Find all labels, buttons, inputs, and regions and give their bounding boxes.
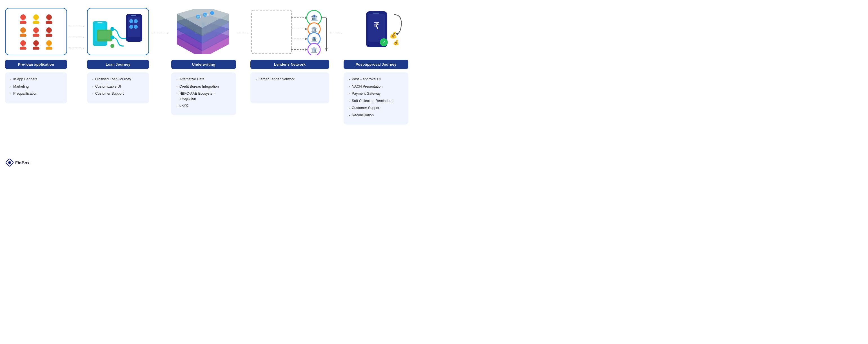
loan-journey-badge: Loan Journey xyxy=(87,60,149,69)
svg-marker-47 xyxy=(305,28,308,30)
connector-arrow-1a: → xyxy=(69,23,85,28)
person-icon-yellow2 xyxy=(44,39,54,50)
svg-point-30 xyxy=(134,19,138,23)
feature-item: Larger Lender Network xyxy=(255,77,324,82)
svg-marker-49 xyxy=(305,38,308,40)
feature-item: Customizable UI xyxy=(92,84,144,89)
feature-item: eKYC xyxy=(176,103,231,108)
connector-arrow-3: → xyxy=(237,30,249,35)
feature-item: Marketing xyxy=(10,84,62,89)
post-approval-illustration: ₹ ✓ 💰 💰 xyxy=(345,9,407,54)
svg-point-13 xyxy=(20,46,27,50)
feature-item: Payment Gateway xyxy=(349,91,403,96)
svg-rect-42 xyxy=(252,10,291,54)
connector-arrow-1b: → xyxy=(69,34,85,39)
feature-item: Customer Support xyxy=(349,106,403,111)
svg-text:🏛️: 🏛️ xyxy=(311,26,317,32)
post-approval-badge: Post-approval Journey xyxy=(344,60,408,69)
underwriting-badge: Underwriting xyxy=(171,60,236,69)
feature-item: Reconciliation xyxy=(349,113,403,118)
pre-loan-features: In App Banners Marketing Prequalificatio… xyxy=(5,72,67,103)
svg-point-73 xyxy=(8,161,11,164)
person-icon-red6 xyxy=(31,39,41,50)
feature-item: Digitised Loan Journey xyxy=(92,77,144,82)
person-icon-red4 xyxy=(44,27,54,37)
underwriting-features: Alternative Data Credit Bureau Integrati… xyxy=(171,72,236,115)
svg-point-15 xyxy=(33,46,39,50)
feature-item: Credit Bureau Integration xyxy=(176,84,231,89)
lenders-network-features: Larger Lender Network xyxy=(250,72,329,103)
svg-text:💰: 💰 xyxy=(393,39,399,45)
svg-point-31 xyxy=(129,25,133,29)
post-approval-features: Post – approval UI NACH Presentation Pay… xyxy=(344,72,408,125)
svg-point-4 xyxy=(46,14,52,20)
svg-point-9 xyxy=(33,34,39,37)
svg-point-39 xyxy=(210,11,214,15)
connector-arrow-4: → xyxy=(330,30,342,35)
svg-point-11 xyxy=(45,34,52,37)
svg-point-5 xyxy=(45,21,52,24)
svg-marker-62 xyxy=(325,49,328,52)
svg-text:₹: ₹ xyxy=(373,21,380,31)
svg-point-1 xyxy=(20,21,27,24)
connector-arrow-2: → xyxy=(151,30,169,35)
finbox-text: FinBox xyxy=(15,160,30,165)
svg-rect-22 xyxy=(98,31,110,39)
feature-item: Soft Collection Reminders xyxy=(349,99,403,104)
svg-point-3 xyxy=(33,21,39,24)
feature-item: NBFC-AAE Ecosystem Integration xyxy=(176,91,231,101)
connector-arrow-1c: → xyxy=(69,45,85,50)
svg-text:🏦: 🏦 xyxy=(311,36,317,42)
loan-journey-illustration xyxy=(90,10,146,54)
svg-point-14 xyxy=(33,40,39,46)
svg-point-25 xyxy=(111,44,114,48)
finbox-logo-icon xyxy=(6,159,13,166)
person-icon-yellow xyxy=(31,13,41,24)
lenders-network-badge: Lender's Network xyxy=(250,60,329,69)
feature-item: Customer Support xyxy=(92,91,144,96)
svg-text:Health: Health xyxy=(204,14,209,16)
pre-loan-badge: Pre-loan application xyxy=(5,60,67,69)
lender-network-illustration: 🏦 🏛️ 🏦 🏛️ xyxy=(250,8,329,55)
feature-item: Prequalification xyxy=(10,91,62,96)
feature-item: In App Banners xyxy=(10,77,62,82)
feature-item: Alternative Data xyxy=(176,77,231,82)
svg-point-7 xyxy=(20,34,27,37)
svg-text:💰: 💰 xyxy=(390,31,397,39)
svg-point-8 xyxy=(33,27,39,33)
svg-point-12 xyxy=(20,40,26,46)
svg-text:✓: ✓ xyxy=(382,40,385,44)
feature-item: Post – approval UI xyxy=(349,77,403,82)
person-icon-red5 xyxy=(18,39,28,50)
finbox-logo: FinBox xyxy=(6,159,30,166)
svg-point-16 xyxy=(46,40,52,46)
loan-journey-features: Digitised Loan Journey Customizable UI C… xyxy=(87,72,149,103)
svg-point-6 xyxy=(20,27,26,33)
underwriting-illustration: 👤 KYC Health xyxy=(173,9,235,54)
svg-point-32 xyxy=(134,25,138,29)
svg-rect-28 xyxy=(131,15,136,16)
feature-item: NACH Presentation xyxy=(349,84,403,89)
svg-rect-65 xyxy=(373,13,379,13)
svg-point-29 xyxy=(129,19,133,23)
svg-text:KYC: KYC xyxy=(196,16,202,18)
svg-text:🏛️: 🏛️ xyxy=(311,47,317,53)
person-icon-red xyxy=(18,13,28,24)
svg-point-0 xyxy=(20,14,26,20)
svg-text:🏦: 🏦 xyxy=(310,14,318,22)
person-icon-orange xyxy=(18,27,28,37)
person-icon-red2 xyxy=(44,13,54,24)
svg-rect-20 xyxy=(97,22,102,23)
svg-point-2 xyxy=(33,14,39,20)
svg-point-17 xyxy=(45,46,52,50)
svg-point-10 xyxy=(46,27,52,33)
svg-marker-51 xyxy=(305,49,308,51)
person-icon-red3 xyxy=(31,27,41,37)
